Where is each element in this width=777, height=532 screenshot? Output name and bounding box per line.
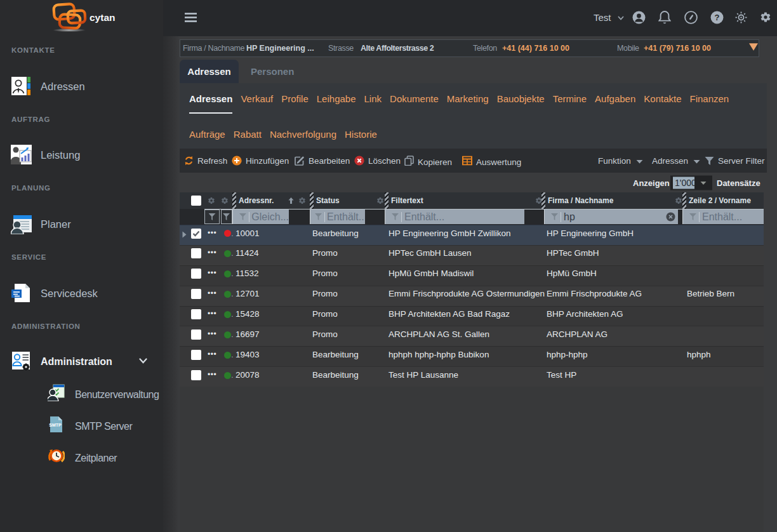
svg-text:SMTP: SMTP: [49, 423, 62, 427]
svg-text:?: ?: [715, 13, 720, 22]
